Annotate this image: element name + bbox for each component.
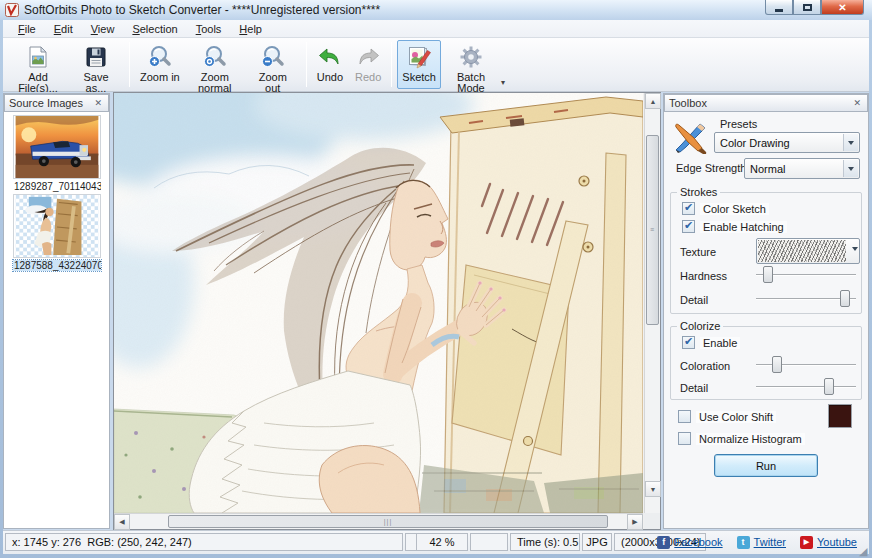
toolbox-panel: Toolbox ✕ Presets Color Drawing Edge Str…: [663, 93, 869, 529]
zoom-in-button[interactable]: Zoom in: [135, 40, 185, 89]
toolbox-title: Toolbox: [669, 97, 707, 109]
menu-help[interactable]: Help: [230, 22, 271, 36]
toolbar-button-label: Save as...: [73, 72, 119, 94]
strokes-detail-label: Detail: [680, 294, 708, 306]
hardness-label: Hardness: [680, 270, 727, 282]
slider-thumb[interactable]: [772, 356, 782, 373]
strokes-group-label: Strokes: [677, 186, 720, 198]
zoom-out-button[interactable]: Zoom out: [245, 40, 301, 89]
checkbox-box[interactable]: [678, 410, 691, 423]
chevron-down-icon: [843, 160, 858, 177]
minimize-button[interactable]: [765, 0, 793, 15]
window-title: SoftOrbits Photo to Sketch Converter - *…: [24, 3, 380, 17]
texture-label: Texture: [680, 246, 716, 258]
redo-button[interactable]: Redo: [350, 40, 386, 89]
toolbox-close-icon[interactable]: ✕: [851, 98, 863, 108]
checkbox-label: Enable Hatching: [700, 221, 787, 233]
checkbox-label: Normalize Histogram: [696, 433, 805, 445]
sketch-button[interactable]: Sketch: [397, 40, 441, 89]
batch-mode-button[interactable]: Batch Mode: [443, 40, 499, 89]
file-format: JPG: [582, 533, 612, 551]
undo-icon: [317, 44, 343, 70]
toolbar-separator: [129, 42, 130, 87]
checkbox-box[interactable]: [682, 220, 695, 233]
chevron-down-icon: [843, 134, 858, 151]
colorize-detail-slider[interactable]: [756, 378, 856, 395]
source-panel-header: Source Images ✕: [4, 94, 109, 112]
processing-time: Time (s): 0.5: [510, 533, 580, 551]
youtube-link[interactable]: ▶ Youtube: [800, 536, 857, 549]
menu-tools[interactable]: Tools: [187, 22, 231, 36]
source-thumbnail-woman[interactable]: 1287588_43224070.jpg: [13, 194, 101, 271]
texture-dropdown[interactable]: [756, 238, 860, 264]
checkbox-box[interactable]: [682, 336, 695, 349]
undo-button[interactable]: Undo: [312, 40, 348, 89]
sketch-preview-image: [114, 93, 643, 513]
zoom-out-icon: [260, 44, 286, 70]
toolbar-overflow-arrow[interactable]: ▾: [500, 78, 508, 90]
toolbar-separator: [391, 42, 392, 87]
source-panel-close-icon[interactable]: ✕: [92, 98, 104, 108]
chevron-down-icon: [852, 247, 858, 251]
scroll-right-arrow-icon[interactable]: ▶: [627, 514, 643, 530]
twitter-icon: t: [737, 536, 750, 549]
enable-hatching-checkbox[interactable]: Enable Hatching: [682, 220, 787, 233]
add-file-icon: [25, 44, 51, 70]
truck-thumbnail-image: [13, 115, 101, 179]
canvas-horizontal-scrollbar[interactable]: ◀ ||| ▶: [114, 513, 643, 529]
facebook-link[interactable]: f Facebook: [657, 536, 722, 549]
resize-grip[interactable]: ◢: [859, 545, 872, 558]
toolbar-button-label: Redo: [355, 72, 381, 83]
app-logo-icon: [5, 3, 19, 17]
scroll-up-arrow-icon[interactable]: ▲: [645, 93, 661, 109]
scroll-left-arrow-icon[interactable]: ◀: [114, 514, 130, 530]
slider-thumb[interactable]: [763, 266, 773, 283]
use-color-shift-checkbox[interactable]: Use Color Shift: [678, 410, 776, 423]
vertical-scroll-thumb[interactable]: ≡: [646, 135, 659, 325]
colorize-enable-checkbox[interactable]: Enable: [682, 336, 740, 349]
toolbar-button-label: Sketch: [402, 72, 436, 83]
maximize-button[interactable]: [793, 0, 821, 15]
workspace: Source Images ✕: [3, 92, 869, 530]
hardness-slider[interactable]: [756, 266, 856, 283]
thumbnail-filename: 1287588_43224070.jpg: [13, 260, 101, 271]
menu-view[interactable]: View: [82, 22, 124, 36]
edge-strength-dropdown[interactable]: Normal: [744, 158, 860, 179]
color-shift-swatch[interactable]: [828, 404, 852, 428]
source-panel-title: Source Images: [9, 97, 83, 109]
zoom-normal-button[interactable]: Zoom normal: [187, 40, 243, 89]
menu-edit[interactable]: Edit: [45, 22, 82, 36]
slider-thumb[interactable]: [840, 290, 850, 307]
toolbar-button-label: Zoom normal: [192, 72, 238, 94]
twitter-link[interactable]: t Twitter: [737, 536, 786, 549]
checkbox-box[interactable]: [678, 432, 691, 445]
menu-file[interactable]: File: [9, 22, 45, 36]
canvas-viewport[interactable]: [114, 93, 643, 513]
scroll-down-arrow-icon[interactable]: ▼: [645, 481, 661, 497]
canvas-vertical-scrollbar[interactable]: ▲ ≡ ▼: [644, 93, 660, 513]
batch-mode-icon: [458, 44, 484, 70]
slider-thumb[interactable]: [824, 378, 834, 395]
title-bar: SoftOrbits Photo to Sketch Converter - *…: [0, 0, 872, 20]
coloration-label: Coloration: [680, 360, 730, 372]
strokes-detail-slider[interactable]: [756, 290, 856, 307]
app-window: SoftOrbits Photo to Sketch Converter - *…: [0, 0, 872, 558]
toolbar-button-label: Zoom out: [250, 72, 296, 94]
menu-bar: File Edit View Selection Tools Help: [3, 20, 869, 38]
presets-value: Color Drawing: [720, 137, 790, 149]
presets-pencil-brush-icon: [672, 118, 708, 154]
run-button[interactable]: Run: [714, 454, 818, 477]
source-thumbnail-truck[interactable]: 1289287_70114043.jpg: [13, 115, 101, 192]
horizontal-scroll-thumb[interactable]: |||: [168, 515, 608, 528]
save-as-button[interactable]: Save as...: [68, 40, 124, 89]
add-files-button[interactable]: Add File(s)...: [10, 40, 66, 89]
presets-dropdown[interactable]: Color Drawing: [714, 132, 860, 153]
color-sketch-checkbox[interactable]: Color Sketch: [682, 202, 769, 215]
close-button[interactable]: ✕: [821, 0, 864, 15]
presets-label: Presets: [720, 118, 757, 130]
normalize-histogram-checkbox[interactable]: Normalize Histogram: [678, 432, 805, 445]
coloration-slider[interactable]: [756, 356, 856, 373]
zoom-in-icon: [147, 44, 173, 70]
checkbox-box[interactable]: [682, 202, 695, 215]
menu-selection[interactable]: Selection: [123, 22, 186, 36]
